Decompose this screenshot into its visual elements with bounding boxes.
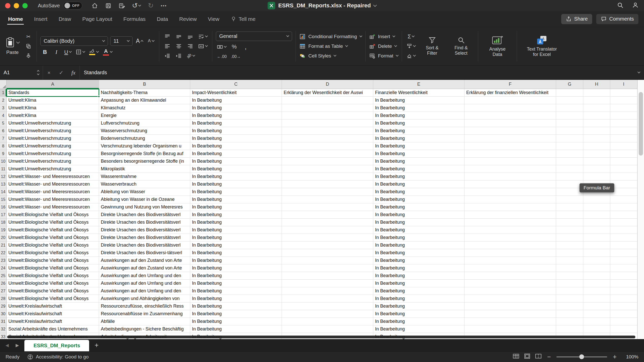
cell-C13[interactable]: In Bearbeitung [190, 180, 282, 188]
clear-button[interactable] [406, 52, 416, 60]
cell-I1[interactable] [610, 89, 637, 97]
undo-button[interactable]: ↺ [132, 2, 141, 9]
cell-G20[interactable] [556, 234, 583, 242]
cell-E12[interactable]: In Bearbeitung [373, 173, 464, 180]
cell-B4[interactable]: Energie [99, 112, 190, 119]
cell-A1[interactable]: Standards [7, 89, 99, 97]
cell-B11[interactable]: Mikroplastik [99, 165, 190, 173]
col-header-E[interactable]: E [373, 80, 464, 89]
cell-G19[interactable] [556, 226, 583, 234]
font-color-button[interactable]: A [102, 48, 113, 56]
cell-I29[interactable] [610, 303, 637, 310]
cell-C26[interactable]: In Bearbeitung [190, 280, 282, 287]
cell-E9[interactable]: In Bearbeitung [373, 150, 464, 158]
zoom-percentage[interactable]: 100% [622, 354, 638, 360]
cell-C19[interactable]: In Bearbeitung [190, 226, 282, 234]
cell-D28[interactable] [282, 295, 373, 303]
zoom-out-button[interactable]: − [547, 353, 551, 360]
cell-B12[interactable]: Wasserentnahme [99, 173, 190, 180]
cell-D10[interactable] [282, 158, 373, 165]
cell-I22[interactable] [610, 249, 637, 257]
cell-C23[interactable]: In Bearbeitung [190, 257, 282, 264]
cell-G24[interactable] [556, 264, 583, 272]
cell-B32[interactable]: Arbeitsbedingungen - Sichere Beschäftig [99, 325, 190, 333]
grow-font-button[interactable]: A [135, 37, 144, 45]
row-header-18[interactable]: 18 [0, 219, 7, 226]
find-select-button[interactable]: Find & Select [448, 36, 474, 56]
cell-H19[interactable] [583, 226, 610, 234]
cell-A31[interactable]: Umwelt:Kreislaufwirtschaft [7, 318, 99, 325]
cell-I14[interactable] [610, 188, 637, 196]
cell-F19[interactable] [464, 226, 556, 234]
cell-E22[interactable]: In Bearbeitung [373, 249, 464, 257]
name-box[interactable]: A1 [0, 66, 43, 80]
cell-G29[interactable] [556, 303, 583, 310]
cell-F17[interactable] [464, 211, 556, 219]
cell-B17[interactable]: Direkte Ursachen des Biodiversitätsverl [99, 211, 190, 219]
sheet-tab-active[interactable]: ESRS_DM_Reports [24, 340, 89, 351]
shrink-font-button[interactable]: A [146, 37, 155, 45]
cell-F14[interactable] [464, 188, 556, 196]
cell-F27[interactable] [464, 287, 556, 295]
row-header-31[interactable]: 31 [0, 318, 7, 325]
cell-F1[interactable]: Erklärung der finanziellen Wesentlichkei… [464, 89, 556, 97]
cell-A19[interactable]: Umwelt:Biologische Vielfalt und Ökosys [7, 226, 99, 234]
cell-I4[interactable] [610, 112, 637, 119]
col-header-C[interactable]: C [190, 80, 282, 89]
cell-F2[interactable] [464, 97, 556, 104]
cell-A28[interactable]: Umwelt:Biologische Vielfalt und Ökosys [7, 295, 99, 303]
cell-E27[interactable]: In Bearbeitung [373, 287, 464, 295]
cell-F20[interactable] [464, 234, 556, 242]
cell-G27[interactable] [556, 287, 583, 295]
text-translator-button[interactable]: Text Translator for Excel [521, 35, 563, 57]
cell-B16[interactable]: Gewinnung und Nutzung von Meeresres [99, 203, 190, 211]
paste-dropdown-chevron[interactable] [16, 40, 20, 43]
cell-I10[interactable] [610, 158, 637, 165]
insert-cells-button[interactable]: Insert [369, 32, 398, 41]
title-dropdown-chevron[interactable] [373, 3, 377, 7]
cell-C17[interactable]: In Bearbeitung [190, 211, 282, 219]
cell-D31[interactable] [282, 318, 373, 325]
ribbon-tab-insert[interactable]: Insert [28, 11, 53, 27]
cell-I11[interactable] [610, 165, 637, 173]
cell-B24[interactable]: Auswirkungen auf den Zustand von Arte [99, 264, 190, 272]
fill-handle[interactable] [98, 95, 100, 98]
cell-D32[interactable] [282, 325, 373, 333]
cell-E23[interactable]: In Bearbeitung [373, 257, 464, 264]
cell-E14[interactable]: In Bearbeitung [373, 188, 464, 196]
page-break-view-button[interactable] [535, 353, 542, 360]
cell-G22[interactable] [556, 249, 583, 257]
cell-A6[interactable]: Umwelt:Umweltverschmutzung [7, 127, 99, 135]
row-header-4[interactable]: 4 [0, 112, 7, 119]
account-button[interactable] [632, 2, 639, 10]
cell-C3[interactable]: In Bearbeitung [190, 104, 282, 112]
cell-C7[interactable]: In Bearbeitung [190, 135, 282, 142]
cell-F13[interactable] [464, 180, 556, 188]
cell-H32[interactable] [583, 325, 610, 333]
cell-G32[interactable] [556, 325, 583, 333]
ribbon-tab-formulas[interactable]: Formulas [118, 11, 151, 27]
cell-C11[interactable]: In Bearbeitung [190, 165, 282, 173]
cell-E17[interactable]: In Bearbeitung [373, 211, 464, 219]
cell-E5[interactable]: In Bearbeitung [373, 119, 464, 127]
align-middle-button[interactable] [174, 33, 183, 41]
cell-E10[interactable]: In Bearbeitung [373, 158, 464, 165]
cell-C21[interactable]: In Bearbeitung [190, 242, 282, 249]
cell-H7[interactable] [583, 135, 610, 142]
cell-I2[interactable] [610, 97, 637, 104]
row-header-8[interactable]: 8 [0, 142, 7, 150]
cell-G5[interactable] [556, 119, 583, 127]
cell-E32[interactable]: In Bearbeitung [373, 325, 464, 333]
row-header-6[interactable]: 6 [0, 127, 7, 135]
cell-F29[interactable] [464, 303, 556, 310]
align-left-button[interactable] [163, 42, 172, 50]
cell-A13[interactable]: Umwelt:Wasser- und Meeresressourcen [7, 180, 99, 188]
horizontal-scrollbar-thumb[interactable] [7, 336, 635, 338]
comments-button[interactable]: Comments [596, 14, 638, 24]
cell-D29[interactable] [282, 303, 373, 310]
cell-C29[interactable]: In Bearbeitung [190, 303, 282, 310]
cell-I3[interactable] [610, 104, 637, 112]
cell-H25[interactable] [583, 272, 610, 280]
cell-A24[interactable]: Umwelt:Biologische Vielfalt und Ökosys [7, 264, 99, 272]
cell-C22[interactable]: In Bearbeitung [190, 249, 282, 257]
